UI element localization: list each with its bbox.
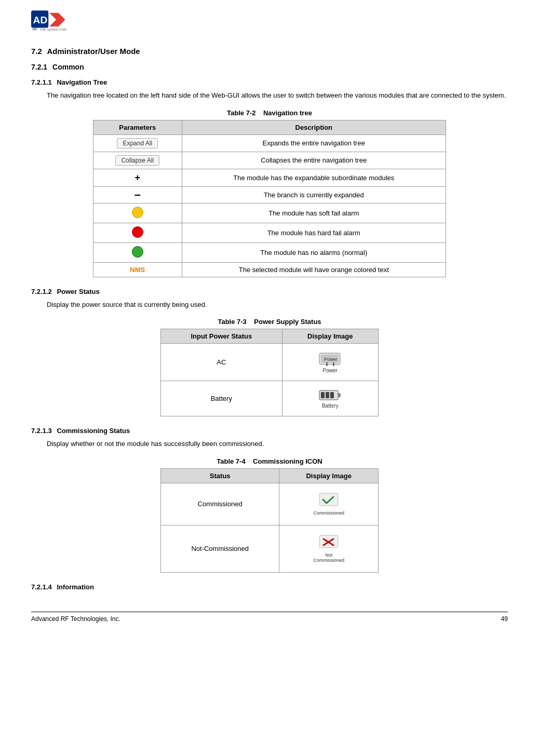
desc-nms: The selected module will have orange col… bbox=[182, 262, 446, 277]
table-row: Collapse All Collapses the entire naviga… bbox=[93, 152, 446, 169]
power-ac-label: AC bbox=[161, 344, 282, 381]
collapse-all-button[interactable]: Collapse All bbox=[115, 155, 159, 166]
page: AD RF THE SIGNAL FOR SUCCESS 7.2 Adminis… bbox=[0, 0, 539, 664]
desc-collapse-all: Collapses the entire navigation tree bbox=[182, 152, 446, 169]
table-row: + The module has the expandable subordin… bbox=[93, 169, 446, 186]
table-row: Not-Commissioned NotCommissioned bbox=[161, 525, 379, 572]
commissioned-icon-label: Commissioned bbox=[313, 510, 344, 516]
desc-minus: The branch is currently expanded bbox=[182, 186, 446, 203]
svg-text:Power: Power bbox=[324, 357, 338, 362]
table73-title: Table 7-3 Power Supply Status bbox=[31, 318, 508, 326]
commissioned-icon-box: Commissioned bbox=[313, 493, 344, 516]
desc-circle-red: The module has hard fail alarm bbox=[182, 223, 446, 242]
logo-area: AD RF THE SIGNAL FOR SUCCESS bbox=[31, 10, 508, 31]
footer-page: 49 bbox=[501, 615, 508, 623]
commissioned-checkmark-icon bbox=[319, 493, 339, 509]
param-circle-yellow bbox=[93, 203, 182, 223]
logo-box: AD RF THE SIGNAL FOR SUCCESS bbox=[31, 10, 68, 31]
minus-symbol: – bbox=[134, 188, 141, 201]
ac-power-label: Power bbox=[323, 368, 338, 373]
power-battery-image: Battery bbox=[282, 381, 378, 416]
footer-company: Advanced RF Technologies, Inc. bbox=[31, 615, 120, 623]
battery-power-icon-box: Battery bbox=[319, 388, 342, 409]
table-72: Parameters Description Expand All Expand… bbox=[93, 120, 446, 277]
table-73: Input Power Status Display Image AC bbox=[160, 329, 379, 416]
param-minus: – bbox=[93, 186, 182, 203]
svg-rect-14 bbox=[330, 392, 334, 398]
param-nms: NMS bbox=[93, 262, 182, 277]
table-row: The module has soft fail alarm bbox=[93, 203, 446, 223]
table73-col2-header: Display Image bbox=[282, 329, 378, 344]
table-row: Battery Battery bbox=[161, 381, 379, 416]
table74-col2-header: Display Image bbox=[279, 468, 379, 483]
nms-label: NMS bbox=[130, 266, 145, 274]
nav-tree-paragraph: The navigation tree located on the left … bbox=[47, 90, 508, 101]
section-7211-heading: 7.2.1.1 Navigation Tree bbox=[31, 78, 508, 86]
param-circle-green bbox=[93, 242, 182, 262]
section-7213-heading: 7.2.1.3 Commissioning Status bbox=[31, 427, 508, 435]
desc-plus: The module has the expandable subordinat… bbox=[182, 169, 446, 186]
not-commissioned-status-label: Not-Commissioned bbox=[161, 525, 279, 572]
power-battery-label: Battery bbox=[161, 381, 282, 416]
table-row: Commissioned Commissioned bbox=[161, 483, 379, 525]
table72-title: Table 7-2 Navigation tree bbox=[31, 109, 508, 117]
footer: Advanced RF Technologies, Inc. 49 bbox=[31, 612, 508, 623]
power-status-paragraph: Display the power source that is current… bbox=[47, 300, 508, 310]
desc-circle-green: The module has no alarms (normal) bbox=[182, 242, 446, 262]
section-721-heading: 7.2.1 Common bbox=[31, 63, 508, 71]
svg-text:RF: RF bbox=[33, 28, 37, 31]
svg-rect-11 bbox=[338, 393, 341, 397]
commissioned-status-image: Commissioned bbox=[279, 483, 379, 525]
ac-power-icon-box: Power Power bbox=[319, 351, 342, 373]
green-circle-icon bbox=[132, 246, 143, 258]
section-7212-heading: 7.2.1.2 Power Status bbox=[31, 288, 508, 295]
battery-icon bbox=[319, 388, 342, 403]
table72-col1-header: Parameters bbox=[93, 120, 182, 134]
power-ac-image: Power Power bbox=[282, 344, 378, 381]
adrf-logo: AD RF THE SIGNAL FOR SUCCESS bbox=[31, 10, 68, 31]
table-row: The module has hard fail alarm bbox=[93, 223, 446, 242]
svg-rect-12 bbox=[321, 392, 325, 398]
svg-rect-7 bbox=[326, 362, 328, 366]
svg-rect-13 bbox=[326, 392, 329, 398]
param-collapse-all: Collapse All bbox=[93, 152, 182, 169]
battery-label: Battery bbox=[322, 403, 339, 409]
section-7214-heading: 7.2.1.4 Information bbox=[31, 583, 508, 591]
desc-expand-all: Expands the entire navigation tree bbox=[182, 134, 446, 152]
not-commissioned-x-icon bbox=[319, 535, 339, 551]
not-commissioned-icon-label: NotCommissioned bbox=[313, 552, 344, 563]
table-row: AC Power Power bbox=[161, 344, 379, 381]
ac-power-icon: Power bbox=[319, 351, 342, 368]
section-72-heading: 7.2 Administrator/User Mode bbox=[31, 47, 508, 56]
table73-col1-header: Input Power Status bbox=[161, 329, 282, 344]
commissioned-status-label: Commissioned bbox=[161, 483, 279, 525]
table-row: NMS The selected module will have orange… bbox=[93, 262, 446, 277]
svg-rect-8 bbox=[333, 362, 334, 366]
param-plus: + bbox=[93, 169, 182, 186]
commissioning-paragraph: Display whether or not the module has su… bbox=[47, 439, 508, 449]
table72-col2-header: Description bbox=[182, 120, 446, 134]
desc-circle-yellow: The module has soft fail alarm bbox=[182, 203, 446, 223]
table74-col1-header: Status bbox=[161, 468, 279, 483]
expand-all-button[interactable]: Expand All bbox=[117, 138, 158, 148]
svg-rect-15 bbox=[319, 493, 338, 506]
svg-text:THE SIGNAL FOR SUCCESS: THE SIGNAL FOR SUCCESS bbox=[40, 28, 68, 31]
svg-marker-3 bbox=[49, 13, 65, 26]
param-expand-all: Expand All bbox=[93, 134, 182, 152]
param-circle-red bbox=[93, 223, 182, 242]
red-circle-icon bbox=[132, 226, 143, 238]
not-commissioned-status-image: NotCommissioned bbox=[279, 525, 379, 572]
svg-text:AD: AD bbox=[33, 15, 48, 25]
table-row: – The branch is currently expanded bbox=[93, 186, 446, 203]
yellow-circle-icon bbox=[132, 207, 143, 218]
table-row: The module has no alarms (normal) bbox=[93, 242, 446, 262]
table74-title: Table 7-4 Commissioning ICON bbox=[31, 457, 508, 465]
table-row: Expand All Expands the entire navigation… bbox=[93, 134, 446, 152]
table-74: Status Display Image Commissioned Commis… bbox=[160, 468, 379, 573]
not-commissioned-icon-box: NotCommissioned bbox=[313, 535, 344, 563]
plus-symbol: + bbox=[135, 172, 141, 183]
